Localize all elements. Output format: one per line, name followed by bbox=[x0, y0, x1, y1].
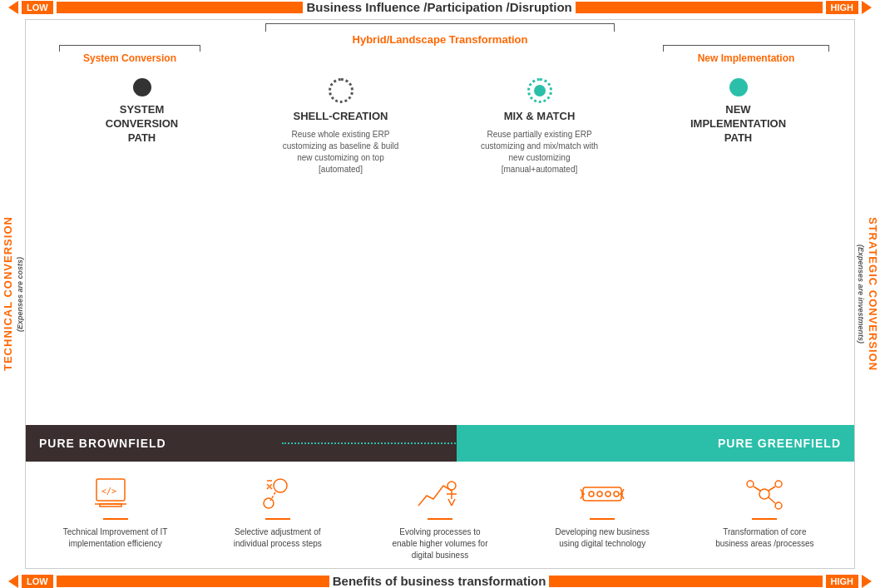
center-content: Hybrid/Landscape Transformation System C… bbox=[25, 19, 855, 569]
path-new-implementation: NEWIMPLEMENTATIONPATH bbox=[672, 78, 805, 413]
chart-person-icon bbox=[415, 473, 465, 515]
shell-creation-desc: Reuse whole existing ERP customizing as … bbox=[274, 129, 408, 175]
svg-line-30 bbox=[754, 487, 760, 491]
developing-new-business-text: Developing new business using digital te… bbox=[548, 526, 656, 550]
greenfield-label: PURE GREENFIELD bbox=[718, 437, 841, 450]
system-bracket: System Conversion bbox=[59, 45, 200, 64]
icon-divider-5 bbox=[752, 518, 777, 520]
svg-point-4 bbox=[274, 479, 287, 492]
svg-point-27 bbox=[747, 481, 754, 487]
page-wrapper: LOW Business Influence /Participation /D… bbox=[0, 0, 880, 588]
process-steps-icon bbox=[253, 473, 303, 515]
transformation-core-text: Transformation of core business areas /p… bbox=[710, 526, 818, 550]
paths-row: SYSTEMCONVERSIONPATH SHELL-CREATION Reus… bbox=[26, 70, 854, 422]
core-transform-icon bbox=[739, 473, 789, 515]
left-main-label: TECHNICAL CONVERSION bbox=[2, 217, 14, 372]
hybrid-label: Hybrid/Landscape Transformation bbox=[353, 33, 528, 46]
icon-developing-new-business: Developing new business using digital te… bbox=[548, 473, 656, 561]
conversion-bar: PURE BROWNFIELD PURE GREENFIELD bbox=[26, 425, 854, 462]
new-impl-bracket-line bbox=[663, 45, 829, 52]
new-impl-label: New Implementation bbox=[698, 52, 795, 64]
evolving-processes-text: Evolving processes to enable higher volu… bbox=[386, 526, 494, 561]
left-sub-label: (Expenses are costs) bbox=[16, 256, 24, 331]
icon-technical-improvement: </> Technical Improvement of IT implemen… bbox=[62, 473, 170, 561]
svg-point-9 bbox=[264, 498, 274, 508]
svg-text:</>: </> bbox=[101, 487, 116, 496]
dot-teal-icon bbox=[729, 78, 748, 96]
new-impl-title: NEWIMPLEMENTATIONPATH bbox=[690, 103, 786, 146]
svg-point-26 bbox=[759, 489, 769, 499]
icon-divider-2 bbox=[265, 518, 290, 520]
mix-match-desc: Reuse partially existing ERP customizing… bbox=[473, 129, 606, 175]
system-label: System Conversion bbox=[83, 52, 176, 64]
digital-tech-icon bbox=[577, 473, 627, 515]
path-shell-creation: SHELL-CREATION Reuse whole existing ERP … bbox=[274, 78, 408, 413]
icon-evolving-processes: Evolving processes to enable higher volu… bbox=[386, 473, 494, 561]
hybrid-bracket-line bbox=[265, 23, 615, 32]
bottom-arrow-left-icon bbox=[8, 575, 18, 588]
svg-line-32 bbox=[769, 497, 775, 503]
right-side-label: STRATEGIC CONVERSION (Expenses are inves… bbox=[855, 19, 880, 569]
left-side-label: TECHNICAL CONVERSION (Expenses are costs… bbox=[0, 19, 25, 569]
brownfield-label: PURE BROWNFIELD bbox=[39, 437, 166, 450]
bottom-axis-low: LOW bbox=[8, 575, 53, 588]
bottom-axis-high: HIGH bbox=[826, 575, 873, 588]
bottom-arrow-right-icon bbox=[862, 575, 872, 588]
svg-point-17 bbox=[597, 492, 602, 497]
bottom-axis-bar-left bbox=[57, 576, 329, 587]
svg-point-19 bbox=[614, 492, 619, 497]
dot-teal-dotted-icon bbox=[527, 78, 552, 103]
svg-line-13 bbox=[448, 499, 452, 506]
top-axis: LOW Business Influence /Participation /D… bbox=[0, 0, 880, 14]
icon-divider-4 bbox=[590, 518, 615, 520]
bottom-axis-title: Benefits of business transformation bbox=[333, 574, 546, 588]
new-impl-bracket: New Implementation bbox=[663, 45, 829, 64]
right-main-label: STRATEGIC CONVERSION bbox=[867, 217, 879, 371]
top-axis-title: Business Influence /Participation /Disru… bbox=[306, 0, 571, 14]
bottom-low-label: LOW bbox=[22, 575, 53, 588]
path-system-conversion: SYSTEMCONVERSIONPATH bbox=[76, 78, 209, 413]
dot-dark-icon bbox=[133, 78, 151, 96]
technical-improvement-text: Technical Improvement of IT implementati… bbox=[62, 526, 170, 550]
svg-point-10 bbox=[447, 482, 456, 490]
top-axis-bar-right bbox=[576, 2, 823, 13]
mix-match-title: MIX & MATCH bbox=[504, 110, 576, 124]
arrow-right-icon bbox=[862, 1, 872, 14]
right-sub-label: (Expenses are investments) bbox=[857, 245, 865, 343]
selective-adjustment-text: Selective adjustment of individual proce… bbox=[224, 526, 332, 550]
svg-line-14 bbox=[452, 499, 455, 506]
icon-divider-1 bbox=[103, 518, 128, 520]
hybrid-bracket: Hybrid/Landscape Transformation bbox=[265, 23, 615, 46]
top-axis-high: HIGH bbox=[826, 1, 873, 14]
greenfield-section: PURE GREENFIELD bbox=[457, 425, 854, 462]
svg-point-16 bbox=[589, 492, 594, 497]
icon-selective-adjustment: Selective adjustment of individual proce… bbox=[224, 473, 332, 561]
brownfield-section: PURE BROWNFIELD bbox=[26, 425, 457, 462]
svg-point-18 bbox=[606, 492, 611, 497]
shell-creation-title: SHELL-CREATION bbox=[294, 110, 388, 124]
svg-point-28 bbox=[775, 481, 782, 487]
dotted-connector bbox=[282, 442, 465, 444]
bracket-row: Hybrid/Landscape Transformation System C… bbox=[26, 20, 854, 70]
svg-line-31 bbox=[769, 487, 775, 491]
system-bracket-line bbox=[59, 45, 200, 52]
system-conversion-title: SYSTEMCONVERSIONPATH bbox=[106, 103, 178, 146]
main-area: TECHNICAL CONVERSION (Expenses are costs… bbox=[0, 19, 880, 569]
top-axis-low: LOW bbox=[8, 1, 53, 14]
bottom-axis: LOW Benefits of business transformation … bbox=[0, 574, 880, 588]
dot-dotted-icon bbox=[329, 78, 353, 103]
bottom-high-label: HIGH bbox=[826, 575, 859, 588]
path-mix-match: MIX & MATCH Reuse partially existing ERP… bbox=[473, 78, 606, 413]
top-axis-bar-left bbox=[57, 2, 304, 13]
svg-point-29 bbox=[775, 502, 782, 509]
computer-code-icon: </> bbox=[91, 473, 141, 515]
icon-transformation-core: Transformation of core business areas /p… bbox=[710, 473, 818, 561]
icons-row: </> Technical Improvement of IT implemen… bbox=[26, 465, 854, 568]
icon-divider-3 bbox=[428, 518, 452, 520]
arrow-left-icon bbox=[8, 1, 18, 14]
top-high-label: HIGH bbox=[826, 1, 859, 14]
bottom-axis-bar-right bbox=[549, 576, 822, 587]
top-low-label: LOW bbox=[22, 1, 53, 14]
